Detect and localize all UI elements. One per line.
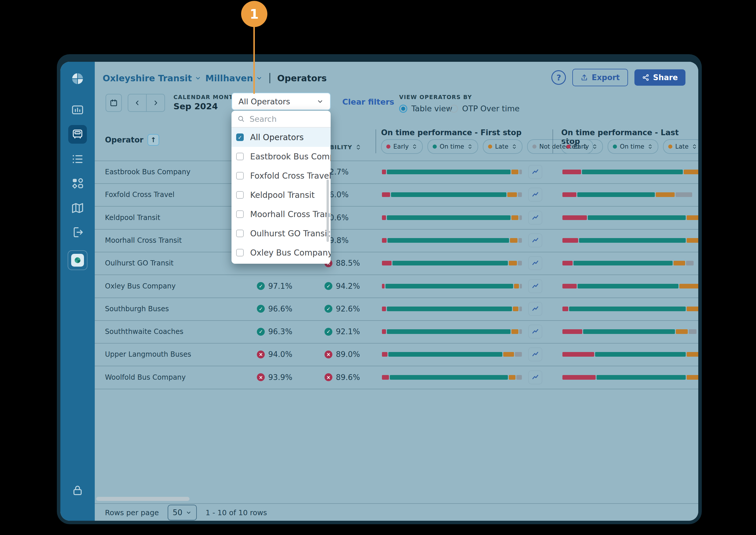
- punctuality-value: 96.6%: [268, 304, 292, 313]
- reliability-value: 94.2%: [336, 282, 360, 291]
- operator-filter-option[interactable]: Moorhall Cross Transit: [231, 205, 331, 224]
- checkbox-unchecked-icon[interactable]: [236, 153, 244, 160]
- bar-segment-late: [686, 307, 698, 311]
- list-icon: [71, 153, 84, 166]
- chevron-down-icon: [317, 98, 324, 105]
- prev-month-button[interactable]: [128, 95, 147, 111]
- last-stop-bar: [563, 192, 692, 197]
- legend-chip-late[interactable]: Late: [663, 139, 698, 154]
- bar-segment-not_detected: [686, 261, 694, 266]
- sidebar-item-logout[interactable]: [71, 226, 84, 239]
- view-chart-button[interactable]: [528, 256, 542, 270]
- view-chart-button[interactable]: [528, 370, 542, 384]
- operator-name: Eastbrook Bus Company: [105, 168, 190, 176]
- bar-segment-on_time: [582, 170, 683, 174]
- sort-ascending-icon[interactable]: ↑: [148, 134, 159, 146]
- operator-filter-option[interactable]: ✓All Operators: [231, 127, 331, 147]
- breadcrumb-org[interactable]: Oxleyshire Transit: [102, 73, 201, 83]
- search-input[interactable]: [249, 114, 320, 124]
- checkbox-checked-icon[interactable]: ✓: [236, 133, 244, 141]
- first-stop-bar: [382, 375, 522, 380]
- rows-per-page-select[interactable]: 50: [168, 505, 197, 521]
- checkbox-unchecked-icon[interactable]: [236, 191, 244, 199]
- operator-name: Moorhall Cross Transit: [105, 236, 182, 244]
- last-stop-bar: [563, 352, 698, 357]
- bar-segment-on_time: [388, 352, 502, 357]
- bar-segment-late: [513, 307, 518, 311]
- bar-chart-icon: [71, 103, 84, 117]
- operator-filter-option[interactable]: Keldpool Transit: [231, 185, 331, 205]
- chart-line-icon: [532, 168, 539, 176]
- table-row[interactable]: Keldpool Transit90.6%: [95, 206, 698, 230]
- view-chart-button[interactable]: [528, 188, 542, 202]
- first-stop-bar: [382, 170, 522, 174]
- upload-icon: [580, 74, 588, 81]
- operator-column-header[interactable]: Operator ↑: [105, 134, 159, 146]
- share-label: Share: [653, 73, 678, 82]
- table-row[interactable]: Souththwaite Coaches✓96.3%✓92.1%: [95, 320, 698, 344]
- table-row[interactable]: Moorhall Cross Transit89.8%: [95, 229, 698, 252]
- legend-chip-on_time[interactable]: On time: [608, 139, 658, 154]
- bar-segment-on_time: [573, 261, 673, 266]
- view-option-table[interactable]: Table view: [399, 104, 452, 113]
- operator-name: Upper Langmouth Buses: [105, 350, 191, 358]
- table-row[interactable]: Woolfold Bus Company×93.9%×89.6%: [95, 366, 698, 389]
- legend-chip-early[interactable]: Early: [381, 139, 423, 154]
- view-chart-button[interactable]: [528, 234, 542, 247]
- share-button[interactable]: Share: [634, 70, 685, 86]
- checkbox-unchecked-icon[interactable]: [236, 230, 244, 237]
- bar-segment-late: [686, 238, 698, 243]
- legend-chip-on_time[interactable]: On time: [427, 139, 478, 154]
- early-dot-icon: [567, 145, 570, 149]
- bar-segment-not_detected: [676, 192, 692, 197]
- header-divider: [552, 129, 553, 153]
- operator-filter-option[interactable]: Foxfold Cross Travel: [231, 166, 331, 185]
- table-row[interactable]: Eastbrook Bus Company92.7%: [95, 160, 698, 184]
- operators-dropdown-trigger[interactable]: All Operators: [231, 93, 331, 110]
- bar-segment-early: [382, 192, 390, 197]
- table-row[interactable]: Southburgh Buses✓96.6%✓92.6%: [95, 297, 698, 321]
- table-row[interactable]: Foxfold Cross Travel86.0%: [95, 183, 698, 207]
- view-chart-button[interactable]: [528, 279, 542, 293]
- sidebar-item-apps[interactable]: [71, 177, 84, 190]
- sidebar-item-map[interactable]: [71, 201, 84, 215]
- clear-filters-link[interactable]: Clear filters: [342, 97, 394, 106]
- legend-chip-early[interactable]: Early: [561, 139, 603, 154]
- sidebar-item-partner[interactable]: [68, 250, 87, 270]
- view-chart-button[interactable]: [528, 211, 542, 225]
- bar-segment-on_time: [387, 215, 510, 220]
- calendar-button[interactable]: [105, 94, 122, 112]
- operator-filter-option[interactable]: Oulhurst GO Transit: [231, 224, 331, 243]
- view-chart-button[interactable]: [528, 324, 542, 339]
- checkbox-unchecked-icon[interactable]: [236, 172, 244, 180]
- horizontal-scrollbar[interactable]: [96, 497, 189, 501]
- sidebar-item-analytics[interactable]: [71, 103, 84, 117]
- early-dot-icon: [386, 145, 391, 149]
- checkbox-unchecked-icon[interactable]: [236, 249, 244, 256]
- legend-chip-late[interactable]: Late: [483, 139, 522, 154]
- chevron-left-icon: [134, 99, 141, 106]
- checkbox-unchecked-icon[interactable]: [236, 211, 244, 218]
- last-stop-bar: [563, 215, 698, 220]
- view-chart-button[interactable]: [528, 347, 542, 361]
- table-row[interactable]: Oulhurst GO Transit×88.5%: [95, 252, 698, 275]
- next-month-button[interactable]: [147, 95, 164, 111]
- operator-filter-option[interactable]: Eastbrook Bus Comp…: [231, 147, 331, 166]
- sidebar-item-operators[interactable]: [68, 125, 87, 144]
- pagination-bar: Rows per page 50 1 - 10 of 10 rows: [105, 505, 267, 521]
- help-button[interactable]: ?: [551, 70, 566, 85]
- sidebar-item-list[interactable]: [71, 153, 84, 166]
- bar-segment-late: [511, 170, 518, 174]
- view-option-otp[interactable]: OTP Over time: [450, 104, 520, 113]
- export-button[interactable]: Export: [572, 69, 628, 86]
- dropdown-search[interactable]: [231, 111, 331, 127]
- view-chart-button[interactable]: [528, 302, 542, 316]
- operator-filter-option[interactable]: Oxley Bus Company: [231, 243, 331, 262]
- lock-icon[interactable]: [71, 484, 84, 497]
- table-row[interactable]: Oxley Bus Company✓97.1%✓94.2%: [95, 275, 698, 298]
- table-row[interactable]: Upper Langmouth Buses×94.0%×89.0%: [95, 343, 698, 366]
- first-stop-header: On time performance - First stop: [381, 128, 522, 137]
- view-chart-button[interactable]: [528, 165, 542, 179]
- reliability-value: 92.1%: [336, 327, 360, 336]
- menu-scrollbar[interactable]: [327, 180, 329, 242]
